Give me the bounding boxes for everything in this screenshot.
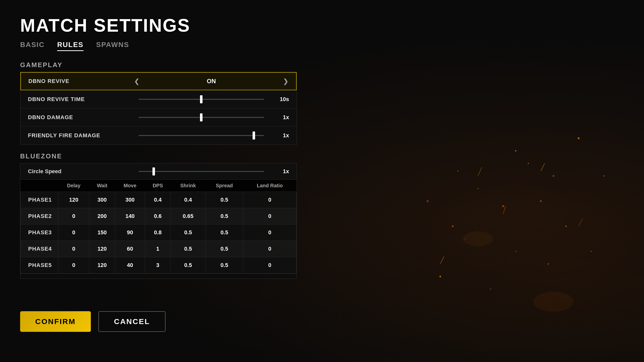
phase-name-3[interactable]: PHASE4 xyxy=(21,241,58,257)
toggle-value-dbno-revive: ON xyxy=(207,78,216,85)
svg-point-3 xyxy=(528,163,529,164)
setting-name-dbno-revive: DBNO REVIVE xyxy=(28,78,134,84)
phase-name-0[interactable]: PHASE1 xyxy=(21,192,58,208)
phase-cell-1-3[interactable]: 140 xyxy=(115,208,145,224)
svg-point-4 xyxy=(553,175,554,177)
svg-line-22 xyxy=(440,256,444,264)
phase-cell-4-2[interactable]: 120 xyxy=(89,257,115,274)
circle-speed-value: 1x xyxy=(269,168,289,175)
svg-point-1 xyxy=(477,188,478,189)
setting-dbno-revive: DBNO REVIVE ❮ ON ❯ xyxy=(20,72,297,90)
phase-cell-2-2[interactable]: 150 xyxy=(89,224,115,241)
phase-cell-4-4[interactable]: 3 xyxy=(145,257,171,274)
phase-cell-4-3[interactable]: 40 xyxy=(115,257,145,274)
phase-cell-3-3[interactable]: 60 xyxy=(115,241,145,257)
phase-name-1[interactable]: PHASE2 xyxy=(21,208,58,224)
svg-point-8 xyxy=(578,137,580,139)
phase-cell-1-6[interactable]: 0.5 xyxy=(206,208,243,224)
phase-cell-3-4[interactable]: 1 xyxy=(145,241,171,257)
svg-point-24 xyxy=(463,231,493,246)
setting-value-dbno-revive-time: 10s xyxy=(269,96,289,103)
svg-point-12 xyxy=(603,175,604,176)
page-title: MATCH SETTINGS xyxy=(20,15,257,36)
setting-circle-speed: Circle Speed 1x xyxy=(20,163,297,180)
tab-bar: BASIC RULES SPAWNS xyxy=(20,41,257,51)
slider-thumb-friendly-fire[interactable] xyxy=(253,131,255,140)
col-header-delay: Delay xyxy=(58,180,89,192)
phase-table: Delay Wait Move DPS Shrink Spread Land R… xyxy=(20,180,297,274)
phase-cell-2-6[interactable]: 0.5 xyxy=(206,224,243,241)
phase-cell-0-7[interactable]: 0 xyxy=(243,192,296,208)
svg-point-5 xyxy=(515,251,516,252)
phase-cell-2-4[interactable]: 0.8 xyxy=(145,224,171,241)
svg-point-17 xyxy=(548,263,549,265)
slider-thumb-circle-speed[interactable] xyxy=(152,167,155,175)
phase-cell-4-7[interactable]: 0 xyxy=(243,257,296,274)
toggle-right-arrow[interactable]: ❯ xyxy=(283,77,289,85)
phase-cell-3-7[interactable]: 0 xyxy=(243,241,296,257)
main-content: MATCH SETTINGS BASIC RULES SPAWNS GAMEPL… xyxy=(0,0,277,294)
phase-cell-0-3[interactable]: 300 xyxy=(115,192,145,208)
table-row: PHASE11203003000.40.40.50 xyxy=(21,192,297,208)
svg-line-20 xyxy=(541,163,545,171)
tab-rules[interactable]: RULES xyxy=(57,41,84,51)
setting-name-friendly-fire: FRIENDLY FIRE DAMAGE xyxy=(28,132,134,139)
slider-thumb-dbno-damage[interactable] xyxy=(200,113,203,121)
slider-thumb-revive-time[interactable] xyxy=(200,95,203,103)
phase-cell-1-1[interactable]: 0 xyxy=(58,208,89,224)
slider-track-friendly-fire[interactable] xyxy=(139,135,264,136)
slider-control-revive-time xyxy=(134,99,269,100)
phase-cell-0-5[interactable]: 0.4 xyxy=(171,192,206,208)
phase-cell-1-2[interactable]: 200 xyxy=(89,208,115,224)
svg-line-18 xyxy=(503,206,506,214)
phase-cell-0-2[interactable]: 300 xyxy=(89,192,115,208)
svg-point-13 xyxy=(427,200,429,202)
slider-track-dbno-damage[interactable] xyxy=(139,117,264,118)
phase-cell-4-5[interactable]: 0.5 xyxy=(171,257,206,274)
svg-point-16 xyxy=(457,170,458,171)
svg-line-19 xyxy=(478,167,482,176)
tab-basic[interactable]: BASIC xyxy=(20,41,45,51)
setting-name-dbno-revive-time: DBNO REVIVE TIME xyxy=(28,96,134,103)
phase-cell-0-1[interactable]: 120 xyxy=(58,192,89,208)
phase-cell-0-4[interactable]: 0.4 xyxy=(145,192,171,208)
slider-track-revive-time[interactable] xyxy=(139,99,264,100)
phase-cell-4-6[interactable]: 0.5 xyxy=(206,257,243,274)
phase-cell-3-5[interactable]: 0.5 xyxy=(171,241,206,257)
toggle-left-arrow[interactable]: ❮ xyxy=(134,77,140,85)
setting-value-dbno-damage: 1x xyxy=(269,114,289,121)
bluezone-header: BLUEZONE xyxy=(20,152,297,160)
table-row: PHASE501204030.50.50 xyxy=(21,257,297,274)
setting-name-dbno-damage: DBNO DAMAGE xyxy=(28,114,134,121)
slider-control-dbno-damage xyxy=(134,117,269,118)
tab-spawns[interactable]: SPAWNS xyxy=(96,41,129,51)
phase-cell-3-6[interactable]: 0.5 xyxy=(206,241,243,257)
table-header-row: Delay Wait Move DPS Shrink Spread Land R… xyxy=(21,180,297,192)
gameplay-header: GAMEPLAY xyxy=(20,61,297,69)
cancel-button[interactable]: CANCEL xyxy=(98,311,166,332)
confirm-button[interactable]: CONFIRM xyxy=(20,311,91,332)
phase-name-2[interactable]: PHASE3 xyxy=(21,224,58,241)
slider-track-circle-speed[interactable] xyxy=(139,171,264,172)
phase-cell-4-1[interactable]: 0 xyxy=(58,257,89,274)
settings-panel: GAMEPLAY DBNO REVIVE ❮ ON ❯ DBNO REVIVE … xyxy=(20,61,297,279)
col-header-land-ratio: Land Ratio xyxy=(243,180,296,192)
phase-cell-1-4[interactable]: 0.6 xyxy=(145,208,171,224)
phase-cell-3-1[interactable]: 0 xyxy=(58,241,89,257)
phase-cell-1-7[interactable]: 0 xyxy=(243,208,296,224)
phase-cell-2-5[interactable]: 0.5 xyxy=(171,224,206,241)
setting-dbno-revive-time: DBNO REVIVE TIME 10s xyxy=(20,90,297,108)
col-header-phase xyxy=(21,180,58,192)
col-header-shrink: Shrink xyxy=(171,180,206,192)
phase-cell-2-7[interactable]: 0 xyxy=(243,224,296,241)
col-header-spread: Spread xyxy=(206,180,243,192)
phase-cell-1-5[interactable]: 0.65 xyxy=(171,208,206,224)
phase-cell-2-1[interactable]: 0 xyxy=(58,224,89,241)
phase-cell-2-3[interactable]: 90 xyxy=(115,224,145,241)
table-row: PHASE401206010.50.50 xyxy=(21,241,297,257)
phase-cell-0-6[interactable]: 0.5 xyxy=(206,192,243,208)
svg-point-10 xyxy=(490,289,491,290)
phase-name-4[interactable]: PHASE5 xyxy=(21,257,58,274)
setting-friendly-fire: FRIENDLY FIRE DAMAGE 1x xyxy=(20,126,297,145)
phase-cell-3-2[interactable]: 120 xyxy=(89,241,115,257)
